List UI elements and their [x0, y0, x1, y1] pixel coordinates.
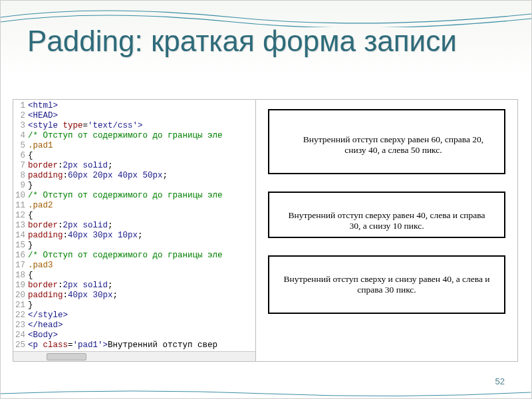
- code-line: 1<html>: [13, 101, 255, 111]
- code-line: 9}: [13, 181, 255, 191]
- code-line: 8padding:60px 20px 40px 50px;: [13, 171, 255, 181]
- code-line: 20padding:40px 30px;: [13, 291, 255, 301]
- code-line: 12{: [13, 211, 255, 221]
- code-line: 2<HEAD>: [13, 111, 255, 121]
- code-line: 5.pad1: [13, 141, 255, 151]
- code-line: 21}: [13, 301, 255, 311]
- code-line: 14padding:40px 30px 10px;: [13, 231, 255, 241]
- code-line: 13border:2px solid;: [13, 221, 255, 231]
- code-line: 19border:2px solid;: [13, 281, 255, 291]
- code-line: 15}: [13, 241, 255, 251]
- code-line: 6{: [13, 151, 255, 161]
- scrollbar-thumb[interactable]: [47, 353, 86, 360]
- slide: Padding: краткая форма записи 1<html>2<H…: [0, 0, 532, 399]
- code-line: 11.pad2: [13, 201, 255, 211]
- code-line: 24<Body>: [13, 331, 255, 340]
- padding-box-2: Внутренний отступ сверху равен 40, слева…: [268, 192, 505, 238]
- padding-box-3: Внутренний отступ сверху и снизу равен 4…: [268, 255, 505, 314]
- code-line: 23</head>: [13, 321, 255, 331]
- code-editor[interactable]: 1<html>2<HEAD>3<style type='text/css'>4/…: [13, 100, 256, 361]
- horizontal-scrollbar[interactable]: [13, 351, 256, 361]
- code-line: 3<style type='text/css'>: [13, 121, 255, 131]
- output-preview: Внутренний отступ сверху равен 60, справ…: [256, 100, 517, 361]
- padding-box-1: Внутренний отступ сверху равен 60, справ…: [268, 109, 505, 174]
- code-line: 25<p class='pad1'>Внутренний отступ свер: [13, 340, 255, 350]
- slide-title: Padding: краткая форма записи: [27, 26, 457, 57]
- code-line: 17.pad3: [13, 261, 255, 271]
- code-line: 4/* Отступ от содержимого до границы эле: [13, 131, 255, 141]
- code-line: 22</style>: [13, 311, 255, 321]
- code-line: 18{: [13, 271, 255, 281]
- code-line: 7border:2px solid;: [13, 161, 255, 171]
- slide-number: 52: [495, 376, 505, 386]
- code-line: 16/* Отступ от содержимого до границы эл…: [13, 251, 255, 261]
- decorative-wave-bottom: [1, 388, 531, 398]
- code-line: 10/* Отступ от содержимого до границы эл…: [13, 191, 255, 201]
- content-panel: 1<html>2<HEAD>3<style type='text/css'>4/…: [13, 99, 518, 362]
